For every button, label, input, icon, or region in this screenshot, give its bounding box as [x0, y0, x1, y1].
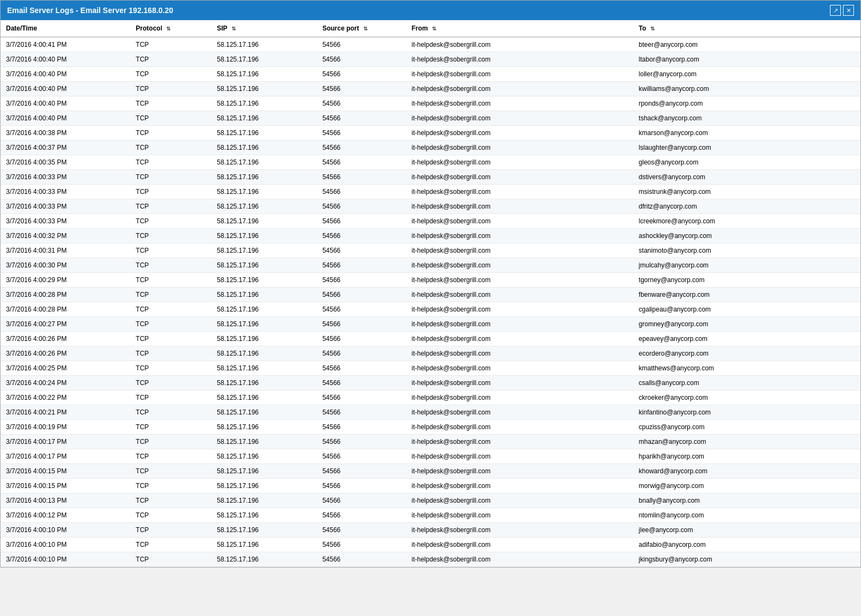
cell-to: jmulcahy@anycorp.com	[633, 258, 860, 273]
cell-from: it-helpdesk@sobergrill.com	[406, 464, 633, 479]
cell-to: kwilliams@anycorp.com	[633, 82, 860, 96]
table-row[interactable]: 3/7/2016 4:00:19 PMTCP58.125.17.19654566…	[1, 420, 860, 435]
table-row[interactable]: 3/7/2016 4:00:13 PMTCP58.125.17.19654566…	[1, 493, 860, 508]
close-button[interactable]: ✕	[843, 5, 854, 16]
cell-datetime: 3/7/2016 4:00:33 PM	[1, 199, 130, 214]
cell-datetime: 3/7/2016 4:00:29 PM	[1, 273, 130, 288]
cell-to: ecordero@anycorp.com	[633, 346, 860, 361]
cell-protocol: TCP	[130, 552, 211, 567]
cell-protocol: TCP	[130, 170, 211, 185]
cell-datetime: 3/7/2016 4:00:40 PM	[1, 82, 130, 96]
table-row[interactable]: 3/7/2016 4:00:12 PMTCP58.125.17.19654566…	[1, 508, 860, 523]
cell-protocol: TCP	[130, 111, 211, 126]
cell-datetime: 3/7/2016 4:00:10 PM	[1, 552, 130, 567]
cell-datetime: 3/7/2016 4:00:12 PM	[1, 508, 130, 523]
table-row[interactable]: 3/7/2016 4:00:10 PMTCP58.125.17.19654566…	[1, 523, 860, 538]
cell-to: tshack@anycorp.com	[633, 111, 860, 126]
table-row[interactable]: 3/7/2016 4:00:24 PMTCP58.125.17.19654566…	[1, 376, 860, 391]
cell-datetime: 3/7/2016 4:00:40 PM	[1, 67, 130, 82]
cell-sip: 58.125.17.196	[211, 479, 317, 493]
cell-from: it-helpdesk@sobergrill.com	[406, 317, 633, 332]
cell-datetime: 3/7/2016 4:00:28 PM	[1, 288, 130, 302]
col-header-datetime[interactable]: Date/Time	[1, 20, 130, 37]
table-row[interactable]: 3/7/2016 4:00:26 PMTCP58.125.17.19654566…	[1, 346, 860, 361]
cell-sport: 54566	[317, 243, 406, 258]
table-row[interactable]: 3/7/2016 4:00:33 PMTCP58.125.17.19654566…	[1, 214, 860, 229]
cell-protocol: TCP	[130, 346, 211, 361]
cell-from: it-helpdesk@sobergrill.com	[406, 229, 633, 243]
table-row[interactable]: 3/7/2016 4:00:21 PMTCP58.125.17.19654566…	[1, 405, 860, 420]
cell-sport: 54566	[317, 302, 406, 317]
cell-sport: 54566	[317, 332, 406, 346]
cell-to: loller@anycorp.com	[633, 67, 860, 82]
table-row[interactable]: 3/7/2016 4:00:29 PMTCP58.125.17.19654566…	[1, 273, 860, 288]
cell-sip: 58.125.17.196	[211, 170, 317, 185]
cell-from: it-helpdesk@sobergrill.com	[406, 214, 633, 229]
cell-sport: 54566	[317, 552, 406, 567]
cell-from: it-helpdesk@sobergrill.com	[406, 52, 633, 67]
cell-datetime: 3/7/2016 4:00:22 PM	[1, 391, 130, 405]
cell-sip: 58.125.17.196	[211, 523, 317, 538]
table-row[interactable]: 3/7/2016 4:00:26 PMTCP58.125.17.19654566…	[1, 332, 860, 346]
table-row[interactable]: 3/7/2016 4:00:17 PMTCP58.125.17.19654566…	[1, 435, 860, 449]
cell-sport: 54566	[317, 37, 406, 52]
cell-protocol: TCP	[130, 126, 211, 141]
table-row[interactable]: 3/7/2016 4:00:30 PMTCP58.125.17.19654566…	[1, 258, 860, 273]
col-header-sip[interactable]: SIP ⇅	[211, 20, 317, 37]
table-row[interactable]: 3/7/2016 4:00:15 PMTCP58.125.17.19654566…	[1, 479, 860, 493]
cell-from: it-helpdesk@sobergrill.com	[406, 420, 633, 435]
table-row[interactable]: 3/7/2016 4:00:10 PMTCP58.125.17.19654566…	[1, 552, 860, 567]
cell-datetime: 3/7/2016 4:00:40 PM	[1, 111, 130, 126]
table-row[interactable]: 3/7/2016 4:00:27 PMTCP58.125.17.19654566…	[1, 317, 860, 332]
table-row[interactable]: 3/7/2016 4:00:28 PMTCP58.125.17.19654566…	[1, 288, 860, 302]
table-row[interactable]: 3/7/2016 4:00:25 PMTCP58.125.17.19654566…	[1, 361, 860, 376]
cell-sip: 58.125.17.196	[211, 37, 317, 52]
cell-datetime: 3/7/2016 4:00:33 PM	[1, 185, 130, 199]
table-row[interactable]: 3/7/2016 4:00:28 PMTCP58.125.17.19654566…	[1, 302, 860, 317]
table-row[interactable]: 3/7/2016 4:00:40 PMTCP58.125.17.19654566…	[1, 67, 860, 82]
table-row[interactable]: 3/7/2016 4:00:32 PMTCP58.125.17.19654566…	[1, 229, 860, 243]
table-row[interactable]: 3/7/2016 4:00:33 PMTCP58.125.17.19654566…	[1, 170, 860, 185]
col-header-protocol[interactable]: Protocol ⇅	[130, 20, 211, 37]
table-header-row: Date/Time Protocol ⇅ SIP ⇅ Source port ⇅…	[1, 20, 860, 37]
cell-datetime: 3/7/2016 4:00:30 PM	[1, 258, 130, 273]
expand-button[interactable]: ↗	[830, 5, 841, 16]
table-row[interactable]: 3/7/2016 4:00:33 PMTCP58.125.17.19654566…	[1, 185, 860, 199]
table-row[interactable]: 3/7/2016 4:00:33 PMTCP58.125.17.19654566…	[1, 199, 860, 214]
table-row[interactable]: 3/7/2016 4:00:37 PMTCP58.125.17.19654566…	[1, 141, 860, 155]
table-row[interactable]: 3/7/2016 4:00:38 PMTCP58.125.17.19654566…	[1, 126, 860, 141]
table-row[interactable]: 3/7/2016 4:00:17 PMTCP58.125.17.19654566…	[1, 449, 860, 464]
table-row[interactable]: 3/7/2016 4:00:22 PMTCP58.125.17.19654566…	[1, 391, 860, 405]
cell-sip: 58.125.17.196	[211, 420, 317, 435]
table-row[interactable]: 3/7/2016 4:00:40 PMTCP58.125.17.19654566…	[1, 52, 860, 67]
cell-to: gleos@anycorp.com	[633, 155, 860, 170]
col-header-from[interactable]: From ⇅	[406, 20, 633, 37]
cell-sport: 54566	[317, 229, 406, 243]
cell-sport: 54566	[317, 199, 406, 214]
cell-protocol: TCP	[130, 317, 211, 332]
cell-sip: 58.125.17.196	[211, 258, 317, 273]
table-row[interactable]: 3/7/2016 4:00:41 PMTCP58.125.17.19654566…	[1, 37, 860, 52]
table-row[interactable]: 3/7/2016 4:00:10 PMTCP58.125.17.19654566…	[1, 538, 860, 552]
table-row[interactable]: 3/7/2016 4:00:40 PMTCP58.125.17.19654566…	[1, 111, 860, 126]
cell-datetime: 3/7/2016 4:00:26 PM	[1, 332, 130, 346]
cell-datetime: 3/7/2016 4:00:38 PM	[1, 126, 130, 141]
cell-protocol: TCP	[130, 288, 211, 302]
table-row[interactable]: 3/7/2016 4:00:40 PMTCP58.125.17.19654566…	[1, 82, 860, 96]
table-row[interactable]: 3/7/2016 4:00:35 PMTCP58.125.17.19654566…	[1, 155, 860, 170]
cell-protocol: TCP	[130, 229, 211, 243]
table-row[interactable]: 3/7/2016 4:00:31 PMTCP58.125.17.19654566…	[1, 243, 860, 258]
cell-sip: 58.125.17.196	[211, 552, 317, 567]
table-row[interactable]: 3/7/2016 4:00:40 PMTCP58.125.17.19654566…	[1, 96, 860, 111]
table-row[interactable]: 3/7/2016 4:00:15 PMTCP58.125.17.19654566…	[1, 464, 860, 479]
cell-sip: 58.125.17.196	[211, 214, 317, 229]
cell-from: it-helpdesk@sobergrill.com	[406, 67, 633, 82]
cell-to: lslaughter@anycorp.com	[633, 141, 860, 155]
col-header-to[interactable]: To ⇅	[633, 20, 860, 37]
cell-from: it-helpdesk@sobergrill.com	[406, 479, 633, 493]
cell-sport: 54566	[317, 346, 406, 361]
cell-from: it-helpdesk@sobergrill.com	[406, 302, 633, 317]
cell-protocol: TCP	[130, 273, 211, 288]
cell-datetime: 3/7/2016 4:00:15 PM	[1, 464, 130, 479]
col-header-sport[interactable]: Source port ⇅	[317, 20, 406, 37]
